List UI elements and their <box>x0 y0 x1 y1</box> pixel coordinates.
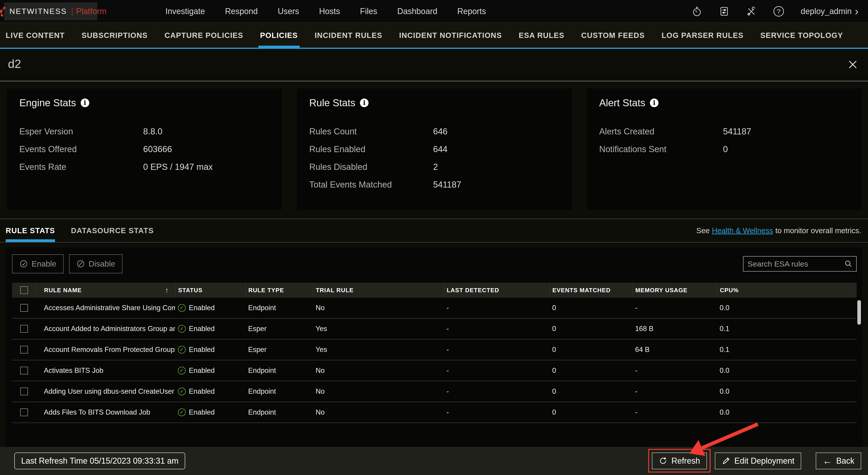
disable-button[interactable]: Disable <box>69 254 122 273</box>
panel-title: Engine Stats <box>19 97 76 108</box>
hint-prefix: See <box>696 226 710 235</box>
column-last-detected[interactable]: LAST DETECTED <box>444 283 550 298</box>
vertical-scrollbar[interactable] <box>857 300 861 325</box>
trial-rule: No <box>313 387 444 396</box>
row-checkbox[interactable] <box>20 367 28 374</box>
subnav-live-content[interactable]: LIVE CONTENT <box>6 23 65 48</box>
tools-icon[interactable] <box>746 6 757 16</box>
subnav-service-topology[interactable]: SERVICE TOPOLOGY <box>760 23 843 48</box>
stat-value: 0 <box>723 144 728 154</box>
column-trial-rule[interactable]: TRIAL RULE <box>313 283 444 298</box>
enabled-check-icon: ✓ <box>178 367 186 374</box>
pencil-icon <box>722 456 730 465</box>
events-matched: 0 <box>550 408 632 416</box>
help-icon[interactable]: ? <box>773 6 784 16</box>
search-box[interactable] <box>743 256 857 272</box>
admin-sub-nav: LIVE CONTENT SUBSCRIPTIONS CAPTURE POLIC… <box>0 23 868 49</box>
top-right-controls: ? deploy_admin › <box>692 6 859 16</box>
table-row[interactable]: Activates BITS Job ✓Enabled Endpoint No … <box>12 360 857 381</box>
table-row[interactable]: Account Added to Administrators Group an… <box>12 318 857 339</box>
nav-item-hosts[interactable]: Hosts <box>319 7 340 16</box>
edit-deployment-button[interactable]: Edit Deployment <box>715 452 801 469</box>
column-events-matched[interactable]: EVENTS MATCHED <box>550 283 632 298</box>
row-checkbox[interactable] <box>20 408 28 416</box>
close-icon[interactable] <box>847 59 858 70</box>
column-memory-usage[interactable]: MEMORY USAGE <box>632 283 717 298</box>
timer-icon[interactable] <box>692 6 702 16</box>
column-cpu[interactable]: CPU% <box>717 283 857 298</box>
row-checkbox[interactable] <box>20 387 28 395</box>
table-row[interactable]: Account Removals From Protected Groups o… <box>12 339 857 360</box>
subnav-policies[interactable]: POLICIES <box>260 23 298 48</box>
search-input[interactable] <box>747 259 844 269</box>
table-toolbar: Enable Disable <box>12 254 857 273</box>
row-checkbox[interactable] <box>20 325 28 333</box>
info-icon[interactable]: i <box>81 99 89 107</box>
top-bar: NETWITNESS | Platform Investigate Respon… <box>0 0 868 23</box>
nav-item-reports[interactable]: Reports <box>457 7 486 16</box>
stat-value: 2 <box>433 162 438 172</box>
subnav-incident-notifications[interactable]: INCIDENT NOTIFICATIONS <box>399 23 502 48</box>
subnav-custom-feeds[interactable]: CUSTOM FEEDS <box>581 23 645 48</box>
table-row[interactable]: Adds Files To BITS Download Job ✓Enabled… <box>12 402 857 423</box>
engine-stats-panel: Engine Stats i Esper Version8.8.0 Events… <box>7 89 282 210</box>
last-detected: - <box>444 408 550 416</box>
nav-item-investigate[interactable]: Investigate <box>165 7 205 16</box>
stat-value: 0 EPS / 1947 max <box>143 162 213 172</box>
sort-asc-icon[interactable]: ↑ <box>165 286 169 294</box>
stat-value: 603666 <box>143 144 172 154</box>
subnav-esa-rules[interactable]: ESA RULES <box>519 23 564 48</box>
select-all-checkbox[interactable] <box>20 286 28 294</box>
events-matched: 0 <box>550 346 632 354</box>
rule-name: Activates BITS Job <box>36 367 175 375</box>
stat-value: 644 <box>433 144 447 154</box>
column-rule-type[interactable]: RULE TYPE <box>245 283 313 298</box>
subnav-incident-rules[interactable]: INCIDENT RULES <box>315 23 382 48</box>
refresh-icon <box>659 456 668 465</box>
column-rule-name[interactable]: RULE NAME ↑ <box>36 283 175 298</box>
rule-stats-panel: Rule Stats i Rules Count646 Rules Enable… <box>297 89 572 210</box>
trial-rule: Yes <box>313 325 444 333</box>
subnav-subscriptions[interactable]: SUBSCRIPTIONS <box>82 23 148 48</box>
tab-datasource-stats[interactable]: DATASOURCE STATS <box>71 219 154 242</box>
cpu-usage: 0.0 <box>717 408 857 416</box>
table-row[interactable]: Adding User using dbus-send CreateUser ✓… <box>12 381 857 402</box>
row-checkbox[interactable] <box>20 346 28 353</box>
info-icon[interactable]: i <box>650 99 658 107</box>
search-icon[interactable] <box>844 260 852 268</box>
stat-label: Notifications Sent <box>599 144 723 154</box>
netwitness-logo[interactable]: NETWITNESS | Platform <box>4 2 97 20</box>
events-matched: 0 <box>550 325 632 333</box>
info-icon[interactable]: i <box>360 99 369 107</box>
column-status[interactable]: STATUS <box>175 283 245 298</box>
health-wellness-link[interactable]: Health & Wellness <box>712 226 773 235</box>
rule-type: Esper <box>245 346 313 354</box>
last-detected: - <box>444 325 550 333</box>
nav-item-files[interactable]: Files <box>360 7 377 16</box>
nav-item-dashboard[interactable]: Dashboard <box>397 7 437 16</box>
table-row[interactable]: Accesses Administrative Share Using Comm… <box>12 298 857 318</box>
status-text: Enabled <box>189 325 215 333</box>
nav-item-users[interactable]: Users <box>278 7 299 16</box>
user-menu[interactable]: deploy_admin › <box>801 7 859 16</box>
row-checkbox[interactable] <box>20 304 28 312</box>
refresh-button[interactable]: Refresh <box>652 452 707 469</box>
back-button[interactable]: ← Back <box>816 452 861 469</box>
last-detected: - <box>444 367 550 375</box>
enabled-check-icon: ✓ <box>178 408 186 416</box>
stat-label: Rules Disabled <box>309 162 433 172</box>
footer-buttons: Refresh Edit Deployment ← Back <box>652 452 861 469</box>
memory-usage: - <box>632 304 717 312</box>
stat-label: Rules Count <box>309 127 433 136</box>
nav-item-respond[interactable]: Respond <box>225 7 258 16</box>
subnav-log-parser-rules[interactable]: LOG PARSER RULES <box>661 23 743 48</box>
preferences-sliders-icon[interactable] <box>719 6 730 16</box>
last-detected: - <box>444 304 550 312</box>
tab-rule-stats[interactable]: RULE STATS <box>6 219 55 242</box>
enable-button[interactable]: Enable <box>12 254 64 273</box>
cpu-usage: 0.0 <box>717 367 857 375</box>
footer-bar: Last Refresh Time 05/15/2023 09:33:31 am… <box>0 447 868 475</box>
cpu-usage: 0.0 <box>717 304 857 312</box>
subnav-capture-policies[interactable]: CAPTURE POLICIES <box>164 23 243 48</box>
memory-usage: 168 B <box>632 325 717 333</box>
